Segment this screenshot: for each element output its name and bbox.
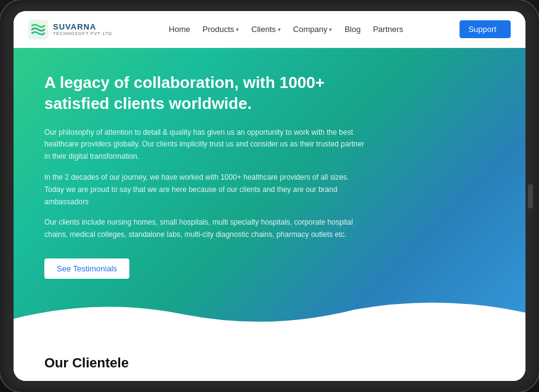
logo-icon (28, 20, 48, 39)
logo-subtitle: TECHNOSOFT PVT LTD (53, 31, 112, 36)
logo-name: SUVARNA (53, 23, 112, 31)
wave-decoration (14, 297, 525, 340)
screen: SUVARNA TECHNOSOFT PVT LTD Home Products… (14, 11, 525, 381)
support-button[interactable]: Support ▾ (460, 20, 511, 38)
hero-section: A legacy of collaboration, with 1000+ sa… (14, 48, 525, 340)
chevron-down-icon: ▾ (278, 26, 281, 33)
logo-area: SUVARNA TECHNOSOFT PVT LTD (28, 20, 112, 39)
clientele-section: Our Clientele (14, 340, 525, 381)
nav-links: Home Products ▾ Clients ▾ (169, 25, 403, 34)
nav-item-blog[interactable]: Blog (344, 25, 360, 34)
tablet-frame: SUVARNA TECHNOSOFT PVT LTD Home Products… (0, 0, 539, 392)
chevron-down-icon: ▾ (236, 26, 239, 33)
nav-link-home[interactable]: Home (169, 25, 190, 34)
hero-paragraph-2: In the 2 decades of our journey, we have… (44, 172, 365, 208)
nav-item-company[interactable]: Company ▾ (293, 25, 333, 34)
navbar: SUVARNA TECHNOSOFT PVT LTD Home Products… (14, 11, 525, 48)
nav-item-products[interactable]: Products ▾ (203, 25, 239, 34)
chevron-down-icon: ▾ (499, 26, 502, 33)
nav-item-home[interactable]: Home (169, 25, 190, 34)
nav-link-partners[interactable]: Partners (373, 25, 403, 34)
nav-link-clients[interactable]: Clients ▾ (251, 25, 281, 34)
nav-link-blog[interactable]: Blog (344, 25, 360, 34)
hero-heading: A legacy of collaboration, with 1000+ sa… (44, 73, 365, 114)
nav-link-company[interactable]: Company ▾ (293, 25, 333, 34)
nav-item-clients[interactable]: Clients ▾ (251, 25, 281, 34)
hero-paragraph-1: Our philosophy of attention to detail & … (44, 127, 365, 163)
nav-item-partners[interactable]: Partners (373, 25, 403, 34)
hero-paragraph-3: Our clients include nursing homes, small… (44, 217, 365, 241)
clientele-heading: Our Clientele (44, 355, 495, 371)
logo-text: SUVARNA TECHNOSOFT PVT LTD (53, 23, 112, 36)
hero-content: A legacy of collaboration, with 1000+ sa… (44, 73, 365, 279)
chevron-down-icon: ▾ (329, 26, 332, 33)
see-testimonials-button[interactable]: See Testimonials (44, 258, 129, 279)
nav-link-products[interactable]: Products ▾ (203, 25, 239, 34)
